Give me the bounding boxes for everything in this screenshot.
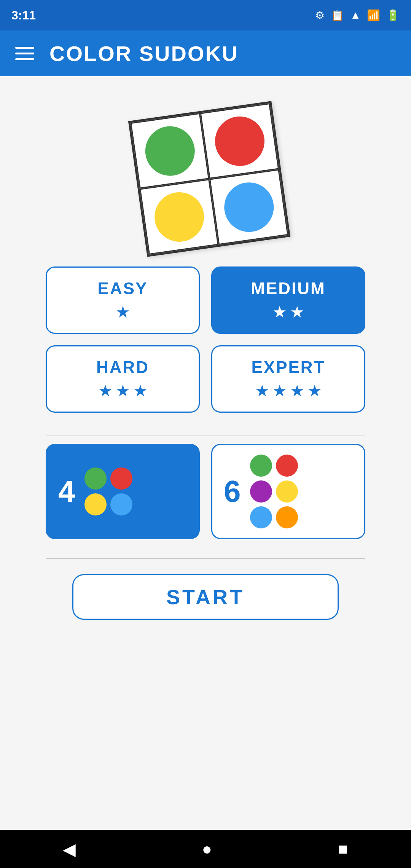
signal-icon: 📶	[367, 9, 380, 22]
difficulty-medium-button[interactable]: MEDIUM ★ ★	[211, 266, 365, 334]
difficulty-medium-label: MEDIUM	[251, 279, 325, 298]
home-button[interactable]: ●	[202, 839, 212, 858]
wifi-icon: ▲	[350, 9, 361, 21]
star-1: ★	[255, 381, 269, 400]
sudoku-logo-grid	[128, 101, 290, 257]
dot-red	[110, 468, 132, 490]
difficulty-hard-label: HARD	[96, 358, 149, 377]
size-6-colors	[250, 455, 298, 528]
difficulty-expert-button[interactable]: EXPERT ★ ★ ★ ★	[211, 345, 365, 413]
size-4-button[interactable]: 4	[46, 444, 200, 539]
dot-yellow	[276, 480, 298, 503]
recent-button[interactable]: ■	[338, 839, 348, 858]
cell-bottom-left	[140, 179, 219, 255]
bottom-nav: ◀ ● ■	[0, 830, 411, 868]
app-title: COLOR SUDOKU	[49, 41, 238, 66]
size-section: 4 6	[46, 444, 365, 539]
star-2: ★	[290, 303, 304, 321]
star-2: ★	[272, 381, 287, 400]
app-bar: COLOR SUDOKU	[0, 30, 411, 76]
dot-green	[250, 455, 272, 477]
divider-1	[46, 436, 365, 436]
difficulty-easy-button[interactable]: EASY ★	[46, 266, 200, 334]
circle-yellow	[151, 189, 207, 245]
star-3: ★	[290, 381, 304, 400]
difficulty-hard-button[interactable]: HARD ★ ★ ★	[46, 345, 200, 413]
status-time: 3:11	[11, 8, 36, 22]
hard-stars: ★ ★ ★	[98, 381, 148, 400]
cell-top-right	[200, 103, 279, 179]
circle-green	[142, 123, 198, 179]
main-content: EASY ★ MEDIUM ★ ★ HARD ★ ★ ★ EXPERT	[0, 76, 411, 830]
logo-area	[114, 99, 297, 244]
circle-red	[212, 113, 268, 169]
expert-stars: ★ ★ ★ ★	[255, 381, 322, 400]
size-6-button[interactable]: 6	[211, 444, 365, 539]
status-bar: 3:11 ⚙ 📋 ▲ 📶 🔋	[0, 0, 411, 30]
menu-button[interactable]	[15, 47, 34, 60]
star-3: ★	[133, 381, 148, 400]
star-4: ★	[307, 381, 322, 400]
status-icons: ⚙ 📋 ▲ 📶 🔋	[315, 9, 400, 22]
cell-top-left	[130, 113, 209, 189]
dot-red	[276, 455, 298, 477]
battery-icon: 🔋	[386, 9, 400, 22]
size-6-number: 6	[224, 476, 241, 507]
star-1: ★	[98, 381, 113, 400]
cell-bottom-right	[209, 169, 288, 245]
back-button[interactable]: ◀	[63, 839, 76, 859]
size-4-colors	[84, 468, 132, 515]
dot-blue	[110, 493, 132, 515]
easy-stars: ★	[116, 303, 130, 321]
star-2: ★	[116, 381, 130, 400]
start-button[interactable]: START	[72, 574, 339, 620]
difficulty-expert-label: EXPERT	[251, 358, 325, 377]
medium-stars: ★ ★	[272, 303, 304, 321]
size-4-number: 4	[58, 476, 75, 507]
difficulty-easy-label: EASY	[98, 279, 148, 298]
divider-2	[46, 558, 365, 559]
circle-blue	[221, 179, 277, 235]
dot-purple	[250, 480, 272, 503]
dot-yellow	[84, 493, 107, 515]
dot-blue	[250, 506, 272, 528]
star-1: ★	[272, 303, 287, 321]
dot-green	[84, 468, 107, 490]
difficulty-section: EASY ★ MEDIUM ★ ★ HARD ★ ★ ★ EXPERT	[46, 266, 365, 413]
settings-icon: ⚙	[315, 9, 325, 22]
star-1: ★	[116, 303, 130, 321]
clipboard-icon: 📋	[331, 9, 344, 22]
dot-orange	[276, 506, 298, 528]
